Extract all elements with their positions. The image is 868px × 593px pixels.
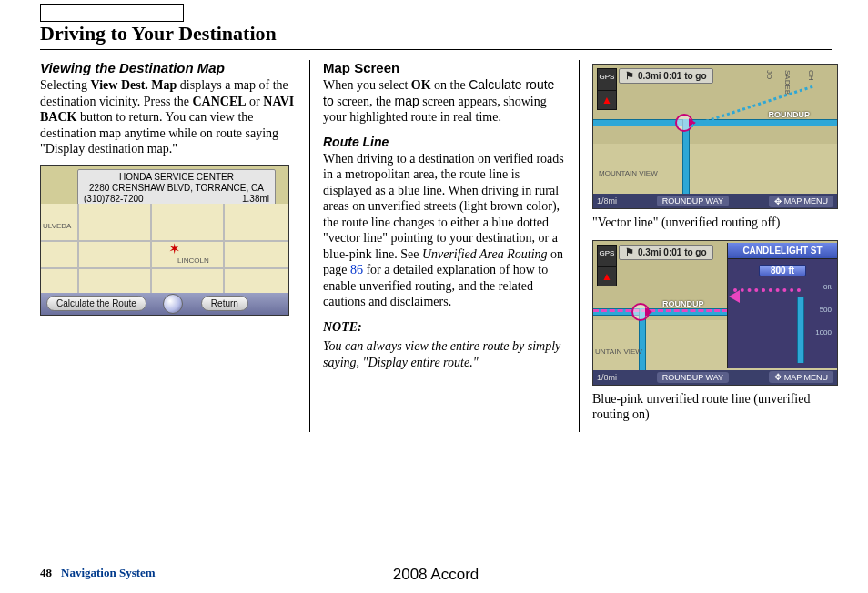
guidance-panel: CANDLELIGHT ST 800 ft 0ft 500 1000 bbox=[727, 243, 837, 368]
distance-text: 0.3mi 0:01 to go bbox=[638, 247, 707, 257]
scale-tick: 0ft bbox=[804, 283, 832, 291]
gear-icon: ✥ bbox=[774, 372, 782, 382]
screenshot-blue-pink-line: GPS ▲ ⚑ 0.3mi 0:01 to go ROUNDUP UNTAIN … bbox=[592, 240, 838, 386]
position-marker-icon bbox=[631, 303, 650, 321]
column-1: Viewing the Destination Map Selecting Vi… bbox=[40, 60, 309, 432]
column-2: Map Screen When you select OK on the Cal… bbox=[309, 60, 579, 432]
gps-icon: GPS bbox=[597, 245, 617, 269]
dest-banner-name: HONDA SERVICE CENTER bbox=[80, 172, 273, 183]
heading-map-screen: Map Screen bbox=[323, 60, 566, 75]
text-bold: View Dest. Map bbox=[91, 78, 177, 92]
caption-vector-line: "Vector line" (unverified routing off) bbox=[592, 215, 848, 231]
text-bold: CANCEL bbox=[192, 95, 246, 108]
north-icon: ▲ bbox=[597, 266, 617, 286]
north-icon: ▲ bbox=[597, 90, 617, 110]
street-banner: CANDLELIGHT ST bbox=[728, 243, 837, 259]
street-label: LINCOLN bbox=[177, 256, 209, 265]
page-link[interactable]: 86 bbox=[350, 263, 363, 276]
content-columns: Viewing the Destination Map Selecting Vi… bbox=[40, 60, 848, 432]
caption-blue-pink: Blue-pink unverified route line (unverif… bbox=[592, 391, 848, 423]
dest-banner-addr: 2280 CRENSHAW BLVD, TORRANCE, CA bbox=[80, 183, 273, 194]
text-bold: OK bbox=[411, 78, 431, 92]
pink-dashed-line bbox=[593, 309, 728, 312]
control-knob-icon[interactable] bbox=[163, 294, 183, 314]
screenshot-vector-line: GPS ▲ ⚑ 0.3mi 0:01 to go JO SADEB CH ROU… bbox=[592, 64, 838, 209]
flag-icon: ⚑ bbox=[625, 246, 634, 258]
gps-icon: GPS bbox=[597, 68, 617, 93]
distance-scale: 0ft 500 1000 bbox=[804, 283, 832, 351]
distance-bar: ⚑ 0.3mi 0:01 to go bbox=[619, 68, 713, 84]
note-label: NOTE: bbox=[323, 319, 566, 336]
mountain-view-label: MOUNTAIN VIEW bbox=[599, 169, 658, 177]
text: Selecting bbox=[40, 78, 91, 92]
distance-bar: ⚑ 0.3mi 0:01 to go bbox=[619, 245, 713, 260]
title-rule bbox=[40, 49, 832, 50]
map-menu-button[interactable]: ✥MAP MENU bbox=[769, 371, 833, 383]
text: screen, the bbox=[334, 95, 395, 108]
street-label: SADEB bbox=[783, 70, 792, 95]
street-label: JO bbox=[765, 70, 773, 79]
return-button[interactable]: Return bbox=[201, 296, 248, 311]
footer-section: Navigation System bbox=[61, 566, 156, 580]
scale-tick: 1000 bbox=[804, 328, 832, 337]
street-label: CH bbox=[807, 70, 815, 81]
top-search-box[interactable] bbox=[40, 4, 184, 22]
roundup-label: ROUNDUP bbox=[662, 299, 704, 308]
text: on the bbox=[431, 78, 469, 92]
para-viewing-map: Selecting View Dest. Map displays a map … bbox=[40, 77, 297, 157]
text: When driving to a destination on verifie… bbox=[323, 152, 564, 261]
scale-tick: 500 bbox=[804, 306, 832, 314]
note-text: You can always view the entire route by … bbox=[323, 338, 566, 370]
para-map-screen: When you select OK on the Calculate rout… bbox=[323, 77, 566, 126]
dest-bottom-bar: Calculate the Route Return bbox=[41, 293, 288, 315]
text-italic: Unverified Area Routing bbox=[422, 247, 548, 261]
text-sans: map bbox=[395, 94, 419, 108]
scale-label: 1/8mi bbox=[597, 196, 617, 206]
column-3: GPS ▲ ⚑ 0.3mi 0:01 to go JO SADEB CH ROU… bbox=[579, 60, 848, 432]
page-number: 48 bbox=[40, 566, 52, 580]
scale-label: 1/8mi bbox=[597, 373, 617, 382]
map-menu-button[interactable]: ✥MAP MENU bbox=[769, 196, 833, 207]
road-name-label: ROUNDUP WAY bbox=[657, 372, 729, 383]
screenshot-dest-map: HONDA SERVICE CENTER 2280 CRENSHAW BLVD,… bbox=[40, 165, 289, 316]
subheading-route-line: Route Line bbox=[323, 135, 566, 149]
heading-viewing-map: Viewing the Destination Map bbox=[40, 60, 297, 75]
text: When you select bbox=[323, 78, 411, 92]
map-bottom-strip: 1/8mi ROUNDUP WAY ✥MAP MENU bbox=[593, 370, 837, 385]
page-footer: 48 Navigation System 2008 Accord bbox=[40, 566, 832, 580]
para-route-line: When driving to a destination on verifie… bbox=[323, 151, 566, 310]
page-title: Driving to Your Destination bbox=[40, 22, 277, 45]
text: button to return. You can view the desti… bbox=[40, 110, 278, 156]
footer-model: 2008 Accord bbox=[393, 566, 479, 584]
turn-arrow-icon bbox=[722, 290, 740, 303]
mountain-view-label: UNTAIN VIEW bbox=[595, 347, 642, 356]
gear-icon: ✥ bbox=[774, 196, 782, 206]
text: or bbox=[247, 95, 264, 108]
road-name-label: ROUNDUP WAY bbox=[657, 196, 729, 206]
distance-text: 0.3mi 0:01 to go bbox=[638, 71, 707, 81]
distance-badge: 800 ft bbox=[759, 265, 806, 276]
position-marker-icon bbox=[675, 114, 693, 132]
destination-star-icon: ✶ bbox=[168, 240, 180, 257]
dest-banner: HONDA SERVICE CENTER 2280 CRENSHAW BLVD,… bbox=[77, 169, 276, 207]
flag-icon: ⚑ bbox=[625, 70, 634, 82]
dest-map-area: ULVEDA LINCOLN ✶ bbox=[41, 204, 288, 295]
map-bottom-strip: 1/8mi ROUNDUP WAY ✥MAP MENU bbox=[593, 194, 837, 208]
street-label: ULVEDA bbox=[43, 222, 71, 230]
calculate-route-button[interactable]: Calculate the Route bbox=[46, 296, 146, 311]
roundup-label: ROUNDUP bbox=[768, 110, 810, 119]
